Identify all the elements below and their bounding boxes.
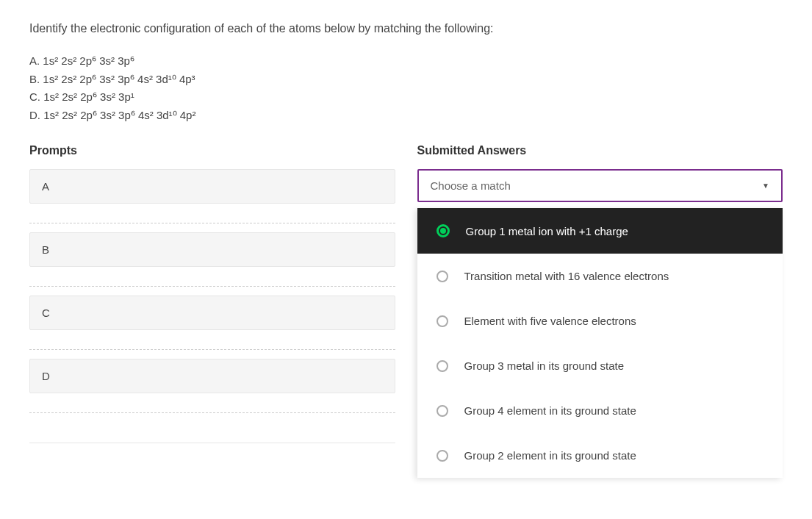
option-c: C. 1s² 2s² 2p⁶ 3s² 3p¹ [29,89,783,106]
radio-icon [436,360,448,372]
prompt-a: A [29,169,395,204]
dropdown-list: Group 1 metal ion with +1 charge Transit… [417,208,783,478]
dropdown-option-1[interactable]: Group 1 metal ion with +1 charge [417,208,783,254]
radio-icon [436,271,448,282]
dropdown-option-5[interactable]: Group 4 element in its ground state [417,388,783,433]
dropdown-option-label: Group 3 metal in its ground state [464,359,625,372]
dropdown-option-label: Transition metal with 16 valence electro… [464,270,669,282]
chevron-down-icon: ▼ [762,182,769,190]
radio-selected-icon [436,224,450,237]
dropdown-option-label: Group 2 element in its ground state [464,449,636,462]
dropdown-option-label: Group 4 element in its ground state [464,404,636,417]
option-b: B. 1s² 2s² 2p⁶ 3s² 3p⁶ 4s² 3d¹⁰ 4p³ [29,71,783,88]
option-d: D. 1s² 2s² 2p⁶ 3s² 3p⁶ 4s² 3d¹⁰ 4p² [29,107,783,124]
radio-icon [436,405,448,417]
question-text: Identify the electronic configuration of… [29,22,783,35]
divider [29,443,395,443]
prompt-c: C [29,296,395,330]
radio-icon [436,315,448,327]
prompt-d: D [29,359,395,393]
dropdown-option-2[interactable]: Transition metal with 16 valence electro… [417,254,783,298]
prompt-b: B [29,232,395,267]
dropdown-option-3[interactable]: Element with five valence electrons [417,298,783,343]
match-select-a[interactable]: Choose a match ▼ [417,169,783,202]
option-a: A. 1s² 2s² 2p⁶ 3s² 3p⁶ [29,53,783,70]
dropdown-option-4[interactable]: Group 3 metal in its ground state [417,343,783,388]
dropdown-option-label: Element with five valence electrons [464,315,636,327]
dropdown-option-6[interactable]: Group 2 element in its ground state [417,433,783,478]
options-list: A. 1s² 2s² 2p⁶ 3s² 3p⁶ B. 1s² 2s² 2p⁶ 3s… [29,53,783,124]
answers-header: Submitted Answers [417,144,783,157]
dropdown-option-label: Group 1 metal ion with +1 charge [466,225,628,237]
radio-icon [436,450,448,462]
select-placeholder: Choose a match [431,179,511,192]
prompts-header: Prompts [29,144,395,157]
